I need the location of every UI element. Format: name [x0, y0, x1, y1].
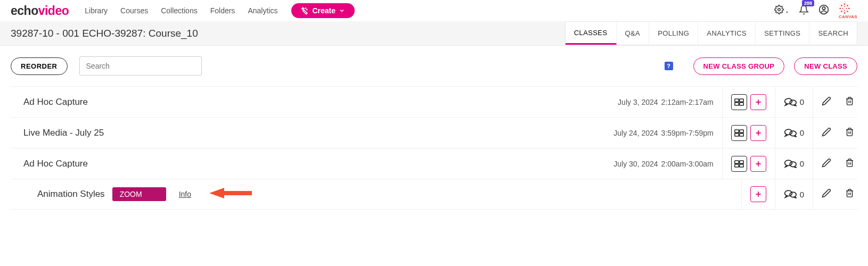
new-class-button[interactable]: NEW CLASS [794, 57, 857, 75]
class-row[interactable]: Ad Hoc Capture July 3, 2024 2:12am-2:17a… [11, 86, 857, 117]
svg-point-9 [847, 5, 848, 6]
add-media-button[interactable] [750, 156, 766, 172]
svg-rect-36 [734, 161, 739, 163]
info-link[interactable]: Info [179, 190, 191, 198]
tab-settings[interactable]: SETTINGS [756, 22, 809, 45]
class-time: 3:59pm-7:59pm [661, 129, 714, 137]
svg-point-10 [841, 11, 842, 12]
svg-rect-38 [734, 164, 739, 167]
svg-point-0 [777, 9, 780, 11]
svg-rect-27 [739, 130, 743, 132]
svg-point-11 [847, 11, 848, 12]
svg-point-13 [844, 10, 845, 11]
comments-icon[interactable] [784, 159, 797, 169]
add-media-button[interactable] [750, 125, 766, 141]
search-input[interactable] [79, 56, 202, 76]
header-right-icons: 288 CANVAS [774, 3, 857, 19]
svg-point-32 [784, 129, 792, 135]
add-media-button[interactable] [750, 186, 766, 202]
svg-point-15 [846, 7, 847, 9]
nav-link-folders[interactable]: Folders [210, 6, 235, 15]
create-button[interactable]: Create [291, 3, 355, 18]
comments-icon[interactable] [784, 97, 797, 107]
svg-point-42 [784, 160, 792, 165]
add-media-button[interactable] [750, 94, 766, 110]
reorder-button[interactable]: REORDER [11, 57, 68, 75]
logo-text-echo: echo [11, 4, 38, 18]
nav-link-courses[interactable]: Courses [120, 6, 148, 15]
class-date: July 3, 2024 [618, 98, 658, 106]
account-icon[interactable] [818, 4, 829, 17]
svg-point-7 [848, 7, 850, 9]
logo-text-video: video [38, 4, 69, 18]
media-icon[interactable] [731, 125, 747, 141]
tab-search[interactable]: SEARCH [809, 22, 857, 45]
svg-rect-18 [734, 102, 739, 105]
canvas-label: CANVAS [839, 14, 857, 19]
delete-icon[interactable] [845, 188, 854, 200]
edit-icon[interactable] [822, 188, 831, 200]
comment-count: 0 [800, 97, 804, 106]
svg-rect-28 [734, 133, 739, 136]
logo[interactable]: echovideo [11, 4, 69, 18]
canvas-icon[interactable]: CANVAS [839, 3, 857, 19]
nav-links: Library Courses Collections Folders Anal… [85, 6, 277, 15]
delete-icon[interactable] [845, 96, 854, 108]
comments-icon[interactable] [784, 189, 797, 199]
tab-polling[interactable]: POLLING [649, 22, 698, 45]
nav-link-collections[interactable]: Collections [161, 6, 197, 15]
class-toolbar: REORDER ? NEW CLASS GROUP NEW CLASS [0, 46, 868, 86]
class-row[interactable]: Live Media - July 25 July 24, 2024 3:59p… [11, 117, 857, 148]
top-navbar: echovideo Library Courses Collections Fo… [0, 0, 868, 21]
help-icon[interactable]: ? [665, 62, 673, 70]
tab-classes[interactable]: CLASSES [566, 22, 617, 45]
svg-point-22 [784, 98, 792, 104]
tab-qa[interactable]: Q&A [617, 22, 650, 45]
class-title: Live Media - July 25 [23, 128, 104, 138]
class-row[interactable]: Ad Hoc Capture July 30, 2024 2:00am-3:00… [11, 148, 857, 179]
comment-count: 0 [800, 190, 804, 199]
new-class-group-button[interactable]: NEW CLASS GROUP [693, 57, 785, 75]
notifications-icon[interactable]: 288 [799, 5, 809, 17]
class-date: July 24, 2024 [613, 129, 658, 137]
svg-rect-39 [739, 164, 743, 167]
svg-rect-37 [739, 161, 743, 163]
svg-marker-1 [786, 12, 788, 13]
course-title: 39287-10 - 001 ECHO-39287: Course_10 [11, 28, 198, 39]
svg-point-4 [844, 3, 846, 5]
create-button-label: Create [312, 6, 335, 15]
nav-link-library[interactable]: Library [85, 6, 108, 15]
chevron-down-icon [339, 7, 345, 14]
svg-point-49 [784, 190, 792, 196]
comment-count: 0 [800, 159, 804, 168]
class-time: 2:00am-3:00am [661, 160, 714, 168]
svg-rect-16 [734, 99, 739, 102]
delete-icon[interactable] [845, 127, 854, 139]
edit-icon[interactable] [822, 96, 831, 108]
comments-icon[interactable] [784, 128, 797, 138]
chevron-down-icon [785, 10, 789, 14]
tab-analytics[interactable]: ANALYTICS [698, 22, 756, 45]
class-list: Ad Hoc Capture July 3, 2024 2:12am-2:17a… [0, 86, 868, 220]
class-date: July 30, 2024 [613, 160, 658, 168]
class-title: Animation Styles [37, 189, 105, 200]
edit-icon[interactable] [822, 127, 831, 139]
media-icon[interactable] [731, 94, 747, 110]
arrow-annotation [209, 187, 252, 202]
svg-point-14 [842, 7, 843, 9]
svg-point-6 [839, 7, 841, 9]
settings-icon[interactable] [774, 5, 789, 16]
svg-point-3 [822, 7, 825, 10]
svg-rect-29 [739, 133, 743, 136]
zoom-badge: ZOOM [112, 187, 166, 201]
svg-point-5 [844, 12, 846, 13]
svg-point-8 [841, 5, 842, 6]
delete-icon[interactable] [845, 158, 854, 170]
svg-rect-17 [739, 99, 743, 102]
media-icon[interactable] [731, 156, 747, 172]
notif-badge: 288 [802, 0, 814, 6]
class-row[interactable]: Animation Styles ZOOM Info 0 [11, 179, 857, 210]
course-header: 39287-10 - 001 ECHO-39287: Course_10 CLA… [0, 21, 868, 46]
edit-icon[interactable] [822, 158, 831, 170]
nav-link-analytics[interactable]: Analytics [248, 6, 277, 15]
